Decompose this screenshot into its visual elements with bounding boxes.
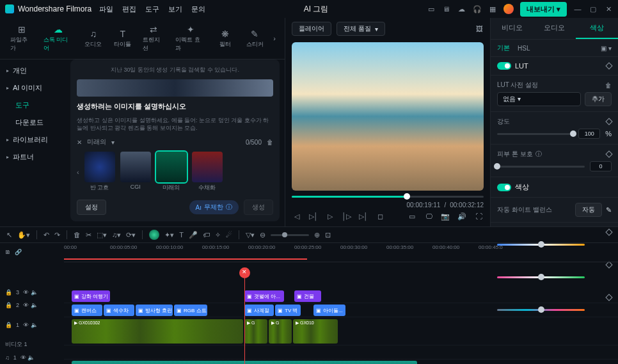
link-icon[interactable]: 🖥 <box>442 4 451 13</box>
clip[interactable]: ▶ G <box>269 319 292 344</box>
prev-button[interactable]: ◁ <box>292 211 302 221</box>
clip[interactable]: ▣갯벌에 아... <box>244 290 284 302</box>
sidebar-item[interactable]: ▸라이브러리 <box>0 131 70 148</box>
settings-button[interactable]: 설정 <box>77 200 106 215</box>
track-head-3[interactable]: 🔒 3 👁 🔈 <box>0 286 64 299</box>
media-tab[interactable]: ⊞파일추가 <box>6 22 37 55</box>
skin-value[interactable]: 0 <box>590 161 612 171</box>
media-tab[interactable]: ✦이펙트 효과 <box>171 22 209 55</box>
keyframe-icon[interactable] <box>605 118 612 125</box>
tab-color[interactable]: 색상 <box>576 18 618 39</box>
track-audio-1[interactable]: ♫ Hello World <box>64 360 618 364</box>
screen-icon[interactable]: ▭ <box>427 4 436 13</box>
track-head-2[interactable]: 🔒 2 👁 🔈 <box>0 299 64 312</box>
subtab-hsl[interactable]: HSL <box>518 45 530 52</box>
keyframe-icon[interactable] <box>605 62 612 69</box>
unlimited-badge[interactable]: Aı 무제한 ⓘ <box>189 200 239 214</box>
ruler[interactable]: 00:0000:00:05:0000:00:10:0000:00:15:0000… <box>64 243 618 255</box>
compare-icon[interactable]: ▣ ▾ <box>601 45 612 52</box>
zoom-in-icon[interactable]: ⊕ <box>314 231 320 239</box>
grid-icon[interactable]: ▦ <box>488 4 497 13</box>
hand-icon[interactable]: ✋▾ <box>17 231 30 239</box>
media-tab[interactable]: ❋필터 <box>212 26 239 51</box>
track-head-a1[interactable]: ♫ 1 👁 🔈 <box>0 351 64 364</box>
close-icon[interactable]: ✕ <box>604 4 613 13</box>
media-tab[interactable]: ⇄트렌지션 <box>139 22 170 55</box>
redo-icon[interactable]: ↷ <box>54 231 60 239</box>
media-tab[interactable]: ✎스티커 <box>241 26 268 51</box>
tab-video[interactable]: 비디오 <box>491 18 533 39</box>
sidebar-item[interactable]: ▸파트너 <box>0 148 70 166</box>
menu-view[interactable]: 보기 <box>168 4 182 14</box>
clip[interactable]: ▶ GX010302 <box>72 319 243 344</box>
keyframe-icon[interactable] <box>605 150 612 157</box>
clip[interactable]: ▣아이돌... <box>313 305 345 316</box>
crop-icon[interactable]: ⬚▾ <box>97 231 107 239</box>
volume-icon[interactable]: 🔊 <box>457 211 467 221</box>
track-1-video[interactable]: ▶ GX010302▶ G▶ G▶ GX010 <box>64 317 618 345</box>
track-head-1[interactable]: 🔒 1 👁 🔈 <box>0 312 64 338</box>
trash-icon[interactable]: 🗑 <box>267 139 273 146</box>
track-2[interactable]: ▣캔버스▣색수차▣방사형 흐린▣RGB 스트▣사계절▣TV 벽▣아이돌... <box>64 303 618 317</box>
media-tab[interactable]: T타이틀 <box>109 26 136 51</box>
track-3[interactable]: ▣강화 여행기▣갯벌에 아...▣건물 <box>64 289 618 303</box>
text-icon[interactable]: T <box>179 231 184 239</box>
effects-icon[interactable]: ✦▾ <box>164 231 174 239</box>
media-tab[interactable]: ♫오디오 <box>80 26 107 51</box>
timeline-link-icon[interactable]: 🗎 <box>5 249 11 255</box>
cut-icon[interactable]: ✂ <box>86 231 91 239</box>
awb-button[interactable]: 자동 <box>575 203 602 217</box>
info-icon[interactable]: ⓘ <box>535 150 542 159</box>
timeline-magnet-icon[interactable]: 🔗 <box>15 249 22 255</box>
sidebar-item[interactable]: 다운로드 <box>0 114 70 131</box>
menu-file[interactable]: 파일 <box>99 4 113 14</box>
clip[interactable]: ▣사계절 <box>244 305 274 316</box>
sidebar-item[interactable]: ▸개인 <box>0 62 70 79</box>
step-fwd-button[interactable]: │▷ <box>342 211 352 221</box>
clip[interactable]: ▣강화 여행기 <box>72 290 110 302</box>
style-card[interactable]: CGI <box>120 152 151 192</box>
clip[interactable]: ▶ G <box>244 319 267 344</box>
sidebar-item[interactable]: 도구 <box>0 97 70 114</box>
generate-button[interactable]: 생성 <box>244 200 273 215</box>
style-card[interactable]: 미래의 <box>156 152 187 192</box>
mixer-icon[interactable]: ☄ <box>226 231 232 239</box>
style-card[interactable]: 반 고흐 <box>84 152 115 192</box>
avatar[interactable] <box>503 4 514 14</box>
export-button[interactable]: 내보내기 ▾ <box>520 2 567 17</box>
support-icon[interactable]: 🎧 <box>473 4 482 13</box>
eyedropper-icon[interactable]: ✎ <box>606 206 612 214</box>
quality-select[interactable]: 전체 품질 ▾ <box>337 22 385 36</box>
sidebar-item[interactable]: ▸AI 이미지 <box>0 79 70 97</box>
lut-preset-select[interactable]: 없음 ▾ <box>497 92 581 106</box>
clip[interactable]: ▣RGB 스트 <box>174 305 207 316</box>
progress-bar[interactable] <box>292 196 484 198</box>
display-icon[interactable]: 🖵 <box>424 211 434 221</box>
undo-icon[interactable]: ↶ <box>44 231 49 239</box>
style-card[interactable]: 수채화 <box>192 152 223 192</box>
lut-toggle[interactable] <box>497 62 511 70</box>
ai-orb-icon[interactable] <box>149 230 159 240</box>
clip[interactable]: ▣건물 <box>294 290 321 302</box>
shuffle-icon[interactable]: ✕ <box>77 139 82 146</box>
clip[interactable]: ▣TV 벽 <box>275 305 301 316</box>
player-select[interactable]: 플레이어 <box>292 22 331 36</box>
ruler-bar[interactable] <box>64 255 618 262</box>
color-toggle[interactable] <box>497 184 511 191</box>
snapshot-icon[interactable]: 📷 <box>440 211 450 221</box>
subtab-basic[interactable]: 기본 <box>497 44 510 52</box>
zoom-out-icon[interactable]: ⊖ <box>260 231 265 239</box>
screen-record-icon[interactable]: ▭ <box>407 211 417 221</box>
playhead[interactable] <box>244 243 245 364</box>
ratio-label[interactable]: 미래의 <box>87 138 106 146</box>
image-icon[interactable]: 🖼 <box>475 24 484 33</box>
play-button[interactable]: ▷ <box>325 211 335 221</box>
skin-slider[interactable] <box>497 166 585 168</box>
speed-icon[interactable]: ⟳▾ <box>126 231 136 239</box>
step-back-button[interactable]: ▷│ <box>308 211 319 221</box>
delete-icon[interactable]: 🗑 <box>74 231 81 239</box>
intensity-value[interactable]: 100 <box>578 129 600 139</box>
pointer-icon[interactable]: ↖ <box>6 231 12 239</box>
intensity-slider[interactable] <box>497 133 573 135</box>
menu-tools[interactable]: 도구 <box>145 4 159 14</box>
